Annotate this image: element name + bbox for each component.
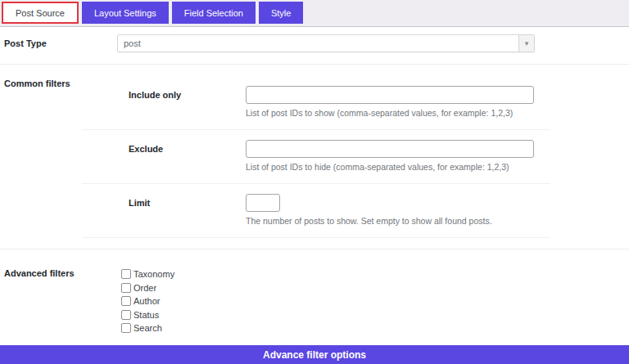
status-checkbox[interactable] bbox=[121, 310, 131, 320]
tab-label: Field Selection bbox=[184, 8, 243, 18]
limit-group: Limit The number of posts to show. Set e… bbox=[121, 184, 629, 226]
post-type-label: Post Type bbox=[0, 34, 117, 52]
status-checkbox-label: Status bbox=[133, 310, 159, 320]
taxonomy-checkbox[interactable] bbox=[121, 269, 131, 279]
exclude-label: Exclude bbox=[121, 140, 246, 172]
search-checkbox-label: Search bbox=[133, 323, 162, 333]
tab-label: Post Source bbox=[16, 8, 65, 18]
advance-filter-options-label: Advance filter options bbox=[263, 349, 366, 361]
exclude-help: List of post IDs to hide (comma-separate… bbox=[246, 162, 541, 172]
limit-help: The number of posts to show. Set empty t… bbox=[246, 216, 541, 226]
advanced-filters-section: Advanced filters Taxonomy Order Author S… bbox=[0, 249, 629, 335]
common-filters-section: Common filters Include only List of post… bbox=[0, 65, 629, 238]
order-checkbox[interactable] bbox=[121, 283, 131, 293]
checkbox-row-taxonomy[interactable]: Taxonomy bbox=[121, 267, 629, 281]
limit-input[interactable] bbox=[246, 194, 280, 212]
post-type-row: Post Type post ▾ bbox=[0, 34, 629, 52]
common-filters-label: Common filters bbox=[4, 79, 70, 88]
exclude-group: Exclude List of post IDs to hide (comma-… bbox=[121, 130, 629, 172]
checkbox-row-order[interactable]: Order bbox=[121, 281, 629, 295]
field-divider bbox=[82, 237, 550, 238]
tab-layout-settings[interactable]: Layout Settings bbox=[82, 2, 169, 24]
taxonomy-checkbox-label: Taxonomy bbox=[133, 269, 174, 279]
limit-label: Limit bbox=[121, 194, 246, 226]
tab-label: Style bbox=[271, 8, 291, 18]
include-only-help: List of post IDs to show (comma-separate… bbox=[246, 108, 541, 118]
author-checkbox[interactable] bbox=[121, 296, 131, 306]
post-type-select[interactable]: post ▾ bbox=[117, 34, 535, 52]
checkbox-row-status[interactable]: Status bbox=[121, 308, 629, 322]
tab-field-selection[interactable]: Field Selection bbox=[172, 2, 256, 24]
tab-style[interactable]: Style bbox=[259, 2, 303, 24]
advanced-filters-label: Advanced filters bbox=[4, 268, 75, 278]
author-checkbox-label: Author bbox=[133, 296, 160, 306]
include-only-input[interactable] bbox=[246, 86, 534, 104]
order-checkbox-label: Order bbox=[133, 283, 156, 293]
tab-post-source[interactable]: Post Source bbox=[2, 2, 79, 24]
tab-label: Layout Settings bbox=[94, 8, 156, 18]
checkbox-row-search[interactable]: Search bbox=[121, 321, 629, 335]
include-only-label: Include only bbox=[121, 86, 246, 118]
chevron-down-icon: ▾ bbox=[518, 35, 534, 52]
checkbox-row-author[interactable]: Author bbox=[121, 294, 629, 308]
include-only-group: Include only List of post IDs to show (c… bbox=[121, 76, 629, 118]
settings-panel: Post Source Layout Settings Field Select… bbox=[0, 0, 629, 364]
advanced-filters-options: Taxonomy Order Author Status Search bbox=[121, 266, 629, 335]
search-checkbox[interactable] bbox=[121, 323, 131, 333]
tab-bar: Post Source Layout Settings Field Select… bbox=[0, 0, 629, 27]
exclude-input[interactable] bbox=[246, 140, 534, 158]
advance-filter-options-button[interactable]: Advance filter options bbox=[0, 345, 629, 364]
post-type-selected-value: post bbox=[118, 38, 141, 48]
